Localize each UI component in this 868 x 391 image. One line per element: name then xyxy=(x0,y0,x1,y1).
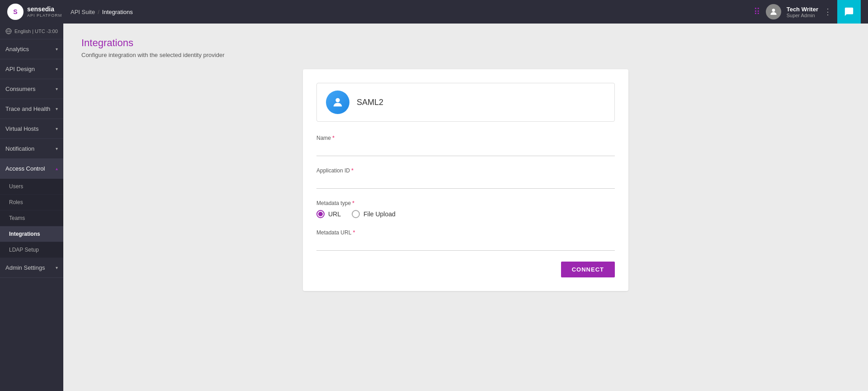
provider-icon xyxy=(326,91,349,114)
sidebar-item-api-design[interactable]: API Design ▾ xyxy=(0,59,63,79)
sidebar-item-consumers[interactable]: Consumers ▾ xyxy=(0,79,63,99)
logo-text: sensedia API PLATFORM xyxy=(27,5,62,18)
radio-label-url: URL xyxy=(328,210,341,218)
name-required-star: * xyxy=(332,134,335,141)
grid-icon[interactable]: ⠿ xyxy=(754,6,760,17)
sidebar-subitem-teams[interactable]: Teams xyxy=(0,210,63,226)
radio-circle-url xyxy=(316,210,325,218)
page-title: Integrations xyxy=(81,37,850,49)
metadata-url-required-star: * xyxy=(353,229,355,236)
breadcrumb-sep: / xyxy=(98,9,99,15)
sensedia-logo-icon: S xyxy=(7,4,24,20)
breadcrumb: API Suite / Integrations xyxy=(71,9,754,15)
integrations-card: SAML2 Name * Application ID * xyxy=(303,69,628,291)
name-label: Name * xyxy=(316,134,615,141)
chevron-icon-consumers: ▾ xyxy=(56,86,58,91)
avatar[interactable] xyxy=(766,4,781,19)
connect-button-area: CONNECT xyxy=(316,262,615,277)
svg-text:S: S xyxy=(13,8,17,15)
svg-point-5 xyxy=(335,98,340,102)
application-id-label: Application ID * xyxy=(316,167,615,174)
user-role: Super Admin xyxy=(787,13,818,18)
chat-button[interactable] xyxy=(837,0,861,24)
sidebar-item-notification[interactable]: Notification ▾ xyxy=(0,139,63,159)
chevron-icon-admin-settings: ▾ xyxy=(56,265,58,270)
sidebar-label-trace-health: Trace and Health xyxy=(5,105,50,112)
sidebar-label-admin-settings: Admin Settings xyxy=(5,264,45,271)
application-id-input[interactable] xyxy=(316,176,615,189)
chevron-icon-api-design: ▾ xyxy=(56,67,58,72)
sidebar-label-notification: Notification xyxy=(5,145,34,152)
provider-name: SAML2 xyxy=(357,98,383,107)
sidebar-label-consumers: Consumers xyxy=(5,86,35,92)
sidebar-label-virtual-hosts: Virtual Hosts xyxy=(5,125,38,132)
sidebar-label-analytics: Analytics xyxy=(5,46,29,52)
metadata-type-label: Metadata type * xyxy=(316,200,615,206)
logo-sub: API PLATFORM xyxy=(27,13,62,18)
sidebar-item-virtual-hosts[interactable]: Virtual Hosts ▾ xyxy=(0,119,63,139)
metadata-url-label-text: Metadata URL xyxy=(316,229,351,236)
sidebar-label-access-control: Access Control xyxy=(5,165,45,172)
main-layout: English | UTC -3:00 Analytics ▾ API Desi… xyxy=(0,24,868,391)
sidebar-access-control-subitems: Users Roles Teams Integrations LDAP Setu… xyxy=(0,179,63,258)
sidebar: English | UTC -3:00 Analytics ▾ API Desi… xyxy=(0,24,63,391)
sidebar-item-admin-settings[interactable]: Admin Settings ▾ xyxy=(0,258,63,278)
connect-button[interactable]: CONNECT xyxy=(561,262,615,277)
application-id-field-group: Application ID * xyxy=(316,167,615,189)
name-label-text: Name xyxy=(316,135,331,141)
topbar: S sensedia API PLATFORM API Suite / Inte… xyxy=(0,0,868,24)
content-area: Integrations Configure integration with … xyxy=(63,24,868,391)
metadata-url-field-group: Metadata URL * xyxy=(316,229,615,251)
radio-circle-file-upload xyxy=(352,210,360,218)
radio-label-file-upload: File Upload xyxy=(363,210,396,218)
radio-option-url[interactable]: URL xyxy=(316,210,341,218)
subitem-label-users: Users xyxy=(9,183,23,190)
chevron-icon-virtual-hosts: ▾ xyxy=(56,126,58,131)
subitem-label-teams: Teams xyxy=(9,215,25,221)
name-field-group: Name * xyxy=(316,134,615,156)
subitem-label-integrations: Integrations xyxy=(9,231,40,237)
application-id-required-star: * xyxy=(351,167,354,174)
sidebar-locale: English | UTC -3:00 xyxy=(0,24,63,39)
application-id-label-text: Application ID xyxy=(316,167,350,174)
chevron-icon-analytics: ▾ xyxy=(56,47,58,52)
metadata-url-input[interactable] xyxy=(316,238,615,251)
metadata-url-label: Metadata URL * xyxy=(316,229,615,236)
sidebar-subitem-roles[interactable]: Roles xyxy=(0,195,63,210)
chevron-icon-access-control: ▴ xyxy=(56,166,58,171)
sidebar-locale-text: English | UTC -3:00 xyxy=(14,29,58,34)
sidebar-item-trace-health[interactable]: Trace and Health ▾ xyxy=(0,99,63,119)
provider-header: SAML2 xyxy=(316,83,615,122)
topbar-right: ⠿ Tech Writer Super Admin ⋮ xyxy=(754,0,861,24)
user-info: Tech Writer Super Admin xyxy=(787,6,818,18)
metadata-type-required-star: * xyxy=(352,200,354,206)
chevron-icon-trace-health: ▾ xyxy=(56,106,58,111)
name-input[interactable] xyxy=(316,143,615,156)
chevron-icon-notification: ▾ xyxy=(56,146,58,151)
logo-area: S sensedia API PLATFORM xyxy=(7,4,71,20)
user-name: Tech Writer xyxy=(787,6,818,13)
metadata-type-radio-group: URL File Upload xyxy=(316,210,615,218)
logo-name: sensedia xyxy=(27,5,62,13)
subitem-label-ldap-setup: LDAP Setup xyxy=(9,247,39,253)
page-subtitle: Configure integration with the selected … xyxy=(81,52,850,58)
sidebar-subitem-integrations[interactable]: Integrations xyxy=(0,226,63,242)
more-options-icon[interactable]: ⋮ xyxy=(824,7,832,17)
sidebar-item-access-control[interactable]: Access Control ▴ xyxy=(0,159,63,179)
sidebar-subitem-users[interactable]: Users xyxy=(0,179,63,195)
breadcrumb-parent[interactable]: API Suite xyxy=(71,9,95,15)
svg-point-2 xyxy=(772,9,775,12)
breadcrumb-current: Integrations xyxy=(102,9,133,15)
metadata-type-label-text: Metadata type xyxy=(316,200,351,206)
sidebar-subitem-ldap-setup[interactable]: LDAP Setup xyxy=(0,242,63,258)
metadata-type-field-group: Metadata type * URL File Upload xyxy=(316,200,615,218)
radio-option-file-upload[interactable]: File Upload xyxy=(352,210,396,218)
person-icon xyxy=(331,96,344,109)
subitem-label-roles: Roles xyxy=(9,199,23,205)
sidebar-label-api-design: API Design xyxy=(5,66,35,72)
sidebar-item-analytics[interactable]: Analytics ▾ xyxy=(0,39,63,59)
